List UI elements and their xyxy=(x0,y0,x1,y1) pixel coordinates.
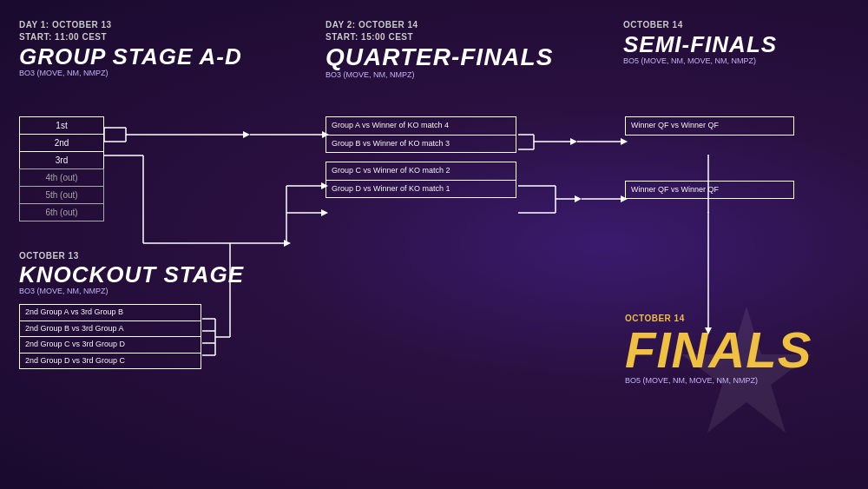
svg-marker-34 xyxy=(570,138,577,145)
qf-title: QUARTER-FINALS xyxy=(326,45,553,69)
placement-3rd: 3rd xyxy=(19,151,104,169)
svg-line-27 xyxy=(286,213,324,243)
placement-6th: 6th (out) xyxy=(19,203,104,221)
group-stage-subtitle: BO3 (MOVE, NM, NMPZ) xyxy=(19,69,242,77)
sf-match-2: Winner QF vs Winner QF xyxy=(625,181,794,200)
ko-match-2: 2nd Group B vs 3rd Group A xyxy=(19,320,201,338)
qf-section: DAY 2: OCTOBER 14 START: 15:00 CEST QUAR… xyxy=(326,19,553,79)
placement-5th: 5th (out) xyxy=(19,186,104,204)
placement-4th: 4th (out) xyxy=(19,169,104,187)
placement-1st: 1st xyxy=(19,116,104,135)
ko-match-1: 2nd Group A vs 3rd Group B xyxy=(19,304,201,321)
group-stage-day-label: DAY 1: OCTOBER 13 xyxy=(19,19,242,31)
group-stage-start-label: START: 11:00 CEST xyxy=(19,31,242,43)
finals-title: FINALS xyxy=(625,325,812,375)
ko-match-4: 2nd Group D vs 3rd Group C xyxy=(19,353,201,370)
knockout-date-label: OCTOBER 13 xyxy=(19,250,244,262)
qf-match-4: Group D vs Winner of KO match 1 xyxy=(326,180,516,199)
qf-day-label: DAY 2: OCTOBER 14 xyxy=(326,19,553,31)
qf-match-3: Group C vs Winner of KO match 2 xyxy=(326,162,516,181)
knockout-section: OCTOBER 13 KNOCKOUT STAGE BO3 (MOVE, NM,… xyxy=(19,250,244,295)
qf-match-1: Group A vs Winner of KO match 4 xyxy=(326,116,516,135)
group-stage-section: DAY 1: OCTOBER 13 START: 11:00 CEST GROU… xyxy=(19,19,242,77)
svg-line-23 xyxy=(291,186,325,243)
placement-2nd: 2nd xyxy=(19,134,104,152)
svg-marker-41 xyxy=(575,195,582,202)
svg-marker-22 xyxy=(284,240,291,247)
svg-marker-29 xyxy=(321,209,328,216)
svg-marker-6 xyxy=(243,131,250,138)
sf-date-label: OCTOBER 14 xyxy=(623,19,777,31)
qf-match-2: Group B vs Winner of KO match 3 xyxy=(326,135,516,154)
knockout-subtitle: BO3 (MOVE, NM, NMPZ) xyxy=(19,287,244,295)
knockout-title: KNOCKOUT STAGE xyxy=(19,263,244,286)
knockout-bracket: 2nd Group A vs 3rd Group B 2nd Group B v… xyxy=(19,304,201,369)
qf-bracket: Group A vs Winner of KO match 4 Group B … xyxy=(326,116,516,198)
group-stage-bracket: 1st 2nd 3rd 4th (out) 5th (out) 6th (out… xyxy=(19,116,104,221)
sf-bracket: Winner QF vs Winner QF Winner QF vs Winn… xyxy=(625,116,794,199)
qf-start-label: START: 15:00 CEST xyxy=(326,31,553,43)
group-stage-title: GROUP STAGE A-D xyxy=(19,45,242,68)
sf-section: OCTOBER 14 SEMI-FINALS BO5 (MOVE, NM, MO… xyxy=(623,19,777,65)
finals-section: OCTOBER 14 FINALS BO5 (MOVE, NM, MOVE, N… xyxy=(625,313,812,385)
ko-match-3: 2nd Group C vs 3rd Group D xyxy=(19,336,201,354)
sf-match-1: Winner QF vs Winner QF xyxy=(625,116,794,135)
sf-subtitle: BO5 (MOVE, NM, MOVE, NM, NMPZ) xyxy=(623,56,777,65)
qf-subtitle: BO3 (MOVE, NM, NMPZ) xyxy=(326,70,553,79)
sf-title: SEMI-FINALS xyxy=(623,33,777,56)
